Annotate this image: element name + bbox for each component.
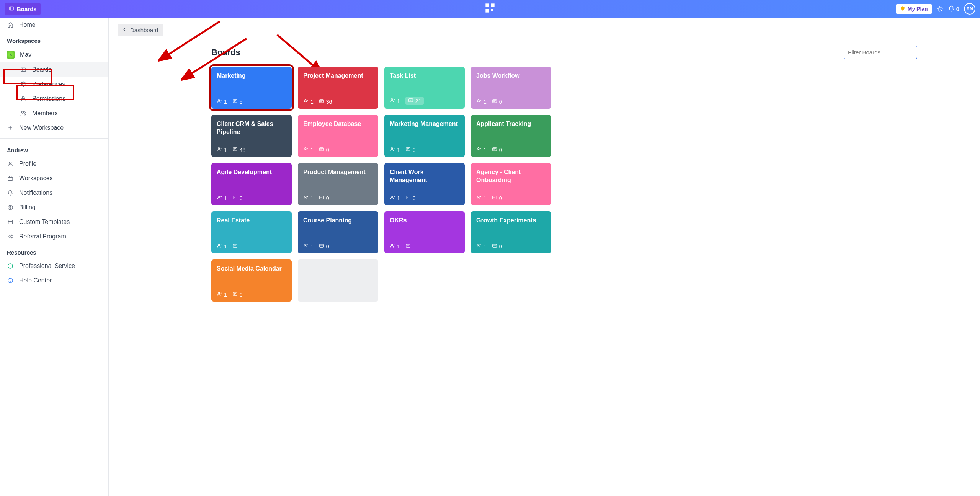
card-icon [232, 147, 238, 153]
sidebar-item-workspaces[interactable]: Workspaces [0, 171, 108, 186]
boards-nav-button[interactable]: Boards [5, 3, 41, 15]
referral-icon [7, 233, 14, 240]
main-content: Dashboard Boards Marketing15Project Mana… [109, 18, 980, 496]
members-icon [390, 98, 395, 104]
card-icon [232, 243, 238, 250]
board-card[interactable]: Agile Development10 [211, 163, 292, 205]
board-card[interactable]: Agency - Client Onboarding10 [471, 163, 551, 205]
board-footer: 148 [217, 147, 286, 153]
board-title: Real Estate [217, 217, 286, 225]
sidebar-new-workspace[interactable]: New Workspace [0, 121, 108, 135]
sidebar-item-label: Notifications [19, 189, 52, 196]
board-cards-stat: 0 [232, 291, 243, 298]
card-icon [232, 195, 238, 201]
board-title: OKRs [390, 217, 459, 225]
board-members-stat: 1 [217, 147, 227, 153]
svg-rect-4 [485, 9, 489, 12]
board-card[interactable]: Product Management10 [298, 163, 378, 205]
my-plan-button[interactable]: My Plan [896, 4, 932, 14]
board-card[interactable]: Course Planning10 [298, 211, 378, 253]
card-icon [319, 98, 324, 105]
divider [0, 138, 108, 139]
svg-rect-73 [320, 148, 324, 151]
sidebar-item-permissions[interactable]: Permissions [0, 91, 108, 106]
svg-point-17 [23, 83, 24, 85]
sidebar-item-custom-templates[interactable]: Custom Templates [0, 215, 108, 229]
briefcase-icon [7, 175, 14, 181]
svg-point-36 [10, 282, 10, 282]
plus-icon [7, 125, 14, 131]
sidebar-item-label: Profile [19, 160, 36, 167]
add-board-button[interactable]: ＋ [298, 259, 378, 302]
svg-rect-26 [8, 220, 13, 224]
sidebar-item-referral[interactable]: Referral Program [0, 229, 108, 244]
sun-icon [936, 5, 943, 12]
svg-line-11 [938, 7, 938, 8]
board-card[interactable]: Marketing Management10 [384, 115, 465, 157]
breadcrumb-label: Dashboard [130, 27, 158, 33]
svg-rect-121 [320, 244, 324, 247]
board-footer: 15 [217, 98, 286, 105]
board-card[interactable]: Jobs Workflow10 [471, 67, 551, 109]
board-card[interactable]: Growth Experiments10 [471, 211, 551, 253]
card-icon [405, 147, 411, 153]
card-icon [319, 243, 324, 250]
board-card[interactable]: Applicant Tracking10 [471, 115, 551, 157]
board-footer: 10 [390, 147, 459, 153]
members-icon [476, 195, 482, 201]
board-card[interactable]: Social Media Calendar10 [211, 259, 292, 302]
theme-toggle-button[interactable] [936, 5, 943, 12]
svg-rect-55 [409, 99, 413, 102]
notif-count: 0 [956, 6, 959, 12]
board-card[interactable]: Client Work Management10 [384, 163, 465, 205]
app-logo[interactable] [485, 3, 495, 15]
shield-icon [900, 6, 905, 12]
board-members-stat: 1 [390, 98, 400, 104]
sidebar-item-boards[interactable]: Boards [0, 62, 108, 77]
board-card[interactable]: Marketing15 [211, 67, 292, 109]
sidebar-item-preferences[interactable]: Preferences [0, 77, 108, 91]
svg-point-112 [218, 244, 220, 246]
card-icon [232, 291, 238, 298]
lock-icon [20, 96, 27, 102]
svg-point-124 [391, 244, 393, 246]
board-footer: 10 [476, 147, 546, 153]
notifications-button[interactable]: 0 [948, 5, 959, 12]
board-footer: 10 [217, 243, 286, 250]
board-card[interactable]: Real Estate10 [211, 211, 292, 253]
sidebar-item-notifications[interactable]: Notifications [0, 186, 108, 200]
board-members-stat: 1 [390, 147, 400, 153]
svg-line-13 [938, 10, 938, 11]
board-footer: 10 [476, 243, 546, 250]
sidebar-item-profile[interactable]: Profile [0, 157, 108, 171]
svg-point-34 [8, 264, 13, 268]
plus-icon: ＋ [333, 274, 343, 287]
sidebar-workspace-current[interactable]: ✳ Mav [0, 47, 108, 62]
board-card[interactable]: Client CRM & Sales Pipeline148 [211, 115, 292, 157]
bell-icon [7, 190, 14, 196]
sidebar-item-label: New Workspace [19, 124, 64, 131]
boards-nav-label: Boards [17, 6, 37, 12]
board-card[interactable]: Project Management136 [298, 67, 378, 109]
filter-boards-input[interactable] [844, 46, 917, 59]
board-cards-stat: 0 [319, 147, 329, 153]
svg-point-64 [218, 148, 220, 149]
board-card[interactable]: Task List121 [384, 67, 465, 109]
sidebar-item-pro-service[interactable]: Professional Service [0, 259, 108, 273]
svg-point-118 [305, 244, 306, 246]
card-icon [319, 195, 324, 201]
board-card[interactable]: Employee Database10 [298, 115, 378, 157]
sidebar-item-home[interactable]: Home [0, 18, 108, 32]
board-card[interactable]: OKRs10 [384, 211, 465, 253]
gear-icon [20, 81, 27, 87]
sidebar-item-help-center[interactable]: Help Center [0, 273, 108, 288]
breadcrumb[interactable]: Dashboard [118, 24, 163, 36]
svg-point-19 [21, 111, 23, 113]
svg-point-30 [11, 235, 13, 236]
sidebar-item-billing[interactable]: Billing [0, 200, 108, 215]
sidebar-item-members[interactable]: Members [0, 106, 108, 121]
svg-rect-67 [233, 148, 237, 151]
avatar[interactable]: AN [964, 3, 975, 15]
board-title: Applicant Tracking [476, 120, 546, 128]
svg-line-33 [10, 237, 11, 238]
